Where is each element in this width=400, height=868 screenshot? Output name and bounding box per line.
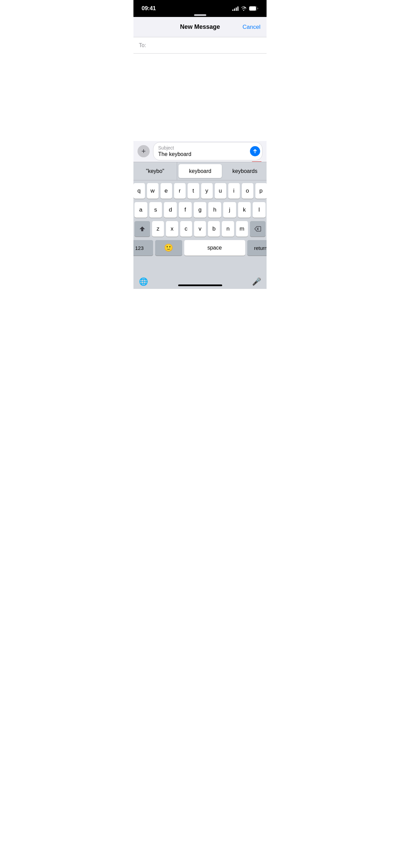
key-emoji[interactable]: 🙂 [155, 240, 182, 256]
key-i[interactable]: i [228, 183, 240, 199]
cancel-button[interactable]: Cancel [243, 24, 260, 31]
delete-key[interactable] [250, 221, 266, 237]
to-label: To: [139, 42, 146, 48]
key-v[interactable]: v [194, 221, 206, 237]
shift-key[interactable] [134, 221, 150, 237]
keyboard-bottom-bar: 🌐 🎤 [133, 277, 267, 289]
key-s[interactable]: s [149, 202, 162, 218]
key-p[interactable]: p [255, 183, 267, 199]
wifi-icon [241, 6, 247, 11]
key-row-4: 123 🙂 space return [134, 240, 266, 256]
autocomplete-bar: "keybo" keyboard keyboards [133, 162, 267, 180]
subject-placeholder: Subject [158, 145, 247, 151]
mic-icon[interactable]: 🎤 [252, 277, 261, 286]
key-r[interactable]: r [174, 183, 186, 199]
key-row-1: q w e r t y u i o p [134, 183, 266, 199]
key-w[interactable]: w [147, 183, 159, 199]
key-space[interactable]: space [184, 240, 245, 256]
key-d[interactable]: d [164, 202, 177, 218]
message-text: The keyboard [158, 151, 247, 157]
key-x[interactable]: x [166, 221, 178, 237]
key-return[interactable]: return [247, 240, 267, 256]
key-g[interactable]: g [194, 202, 207, 218]
key-b[interactable]: b [208, 221, 220, 237]
home-indicator [178, 284, 222, 286]
signal-icon [232, 6, 238, 11]
key-u[interactable]: u [215, 183, 226, 199]
svg-rect-1 [249, 6, 256, 11]
keyboard-rows: q w e r t y u i o p a s d f g h j k l [133, 180, 267, 257]
key-z[interactable]: z [152, 221, 164, 237]
key-e[interactable]: e [161, 183, 172, 199]
globe-icon[interactable]: 🌐 [139, 277, 148, 286]
key-m[interactable]: m [236, 221, 248, 237]
key-n[interactable]: n [222, 221, 234, 237]
key-row-2: a s d f g h j k l [134, 202, 266, 218]
key-q[interactable]: q [133, 183, 145, 199]
key-h[interactable]: h [208, 202, 221, 218]
key-k[interactable]: k [238, 202, 251, 218]
compose-toolbar: + Subject The keyboard [133, 141, 267, 161]
send-button[interactable] [250, 146, 260, 156]
status-icons [232, 6, 258, 11]
attach-button[interactable]: + [138, 145, 150, 157]
key-j[interactable]: j [223, 202, 236, 218]
battery-icon [249, 6, 258, 11]
to-field: To: [133, 37, 267, 54]
autocomplete-item-2[interactable]: keyboards [223, 162, 267, 180]
keyboard: q w e r t y u i o p a s d f g h j k l [133, 180, 267, 289]
nav-title: New Message [180, 23, 220, 31]
key-f[interactable]: f [179, 202, 192, 218]
key-c[interactable]: c [180, 221, 192, 237]
key-t[interactable]: t [188, 183, 199, 199]
key-123[interactable]: 123 [133, 240, 153, 256]
autocomplete-item-1[interactable]: keyboard [178, 164, 222, 178]
key-l[interactable]: l [253, 202, 266, 218]
to-input[interactable] [149, 42, 261, 48]
autocomplete-item-0[interactable]: "keybo" [133, 162, 177, 180]
nav-bar: New Message Cancel [133, 17, 267, 37]
key-y[interactable]: y [201, 183, 213, 199]
key-o[interactable]: o [242, 183, 253, 199]
key-row-3: z x c v b n m [134, 221, 266, 237]
message-input-area[interactable]: Subject The keyboard [153, 142, 262, 160]
status-time: 09:41 [142, 5, 156, 12]
key-a[interactable]: a [134, 202, 147, 218]
